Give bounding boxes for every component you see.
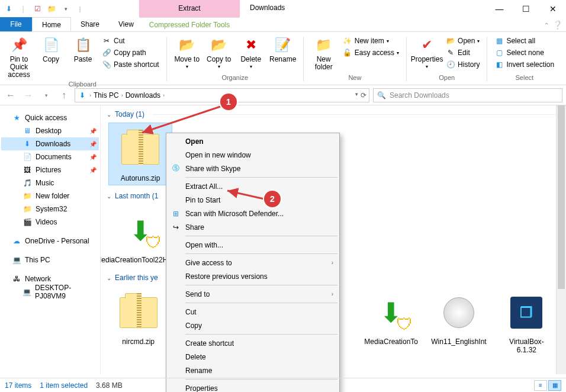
shield-icon: ⊞ [171, 209, 181, 219]
ctx-open[interactable]: Open [168, 134, 338, 148]
ctx-open-new[interactable]: Open in new window [168, 148, 338, 162]
cut-button[interactable]: ✂Cut [99, 36, 162, 46]
scroll-thumb[interactable] [558, 105, 565, 289]
file-label: nircmd.zip [122, 338, 155, 346]
tab-share[interactable]: Share [71, 17, 109, 31]
rename-button[interactable]: 📝Rename [268, 34, 298, 65]
invert-button[interactable]: ◧Invert selection [492, 59, 557, 70]
ctx-rename[interactable]: Rename [168, 364, 338, 377]
sidebar-quickaccess[interactable]: ★Quick access [1, 111, 99, 124]
up-button[interactable]: ↑ [57, 88, 71, 102]
collapse-ribbon-icon[interactable]: ⌃ [544, 22, 549, 28]
addr-dropdown-icon[interactable]: ▾ [355, 91, 358, 99]
sidebar-thispc[interactable]: 💻This PC [1, 253, 99, 266]
close-button[interactable]: ✕ [539, 0, 566, 18]
forward-button[interactable]: → [21, 88, 36, 102]
sidebar-desktop[interactable]: 🖥Desktop📌 [1, 124, 99, 137]
virtualbox-icon: ❐ [510, 297, 542, 329]
maximize-button[interactable]: ☐ [513, 0, 539, 18]
chevron-down-icon: ⌄ [107, 275, 111, 281]
history-icon: 🕘 [446, 60, 455, 69]
newitem-button[interactable]: ✨New item ▾ [340, 36, 401, 46]
pin-icon: 📌 [89, 154, 97, 160]
ctx-copy[interactable]: Copy [168, 319, 338, 332]
easyaccess-button[interactable]: 🔓Easy access ▾ [340, 47, 401, 58]
ctx-open-with[interactable]: Open with... [168, 238, 338, 252]
tab-home[interactable]: Home [32, 17, 71, 31]
vertical-scrollbar[interactable] [556, 105, 566, 374]
sidebar-system32[interactable]: 📁System32 [1, 203, 99, 216]
addr-thispc[interactable]: This PC [94, 91, 119, 99]
sidebar-onedrive[interactable]: ☁OneDrive - Personal [1, 234, 99, 248]
folder-icon: 📁 [22, 204, 32, 214]
ctx-send-to[interactable]: Send to› [168, 287, 338, 301]
copyto-button[interactable]: 📂Copy to▾ [204, 34, 234, 71]
ctx-cut[interactable]: Cut [168, 305, 338, 319]
ctx-give-access[interactable]: Give access to› [168, 256, 338, 269]
context-tab-extract[interactable]: Extract [139, 0, 240, 18]
edit-button[interactable]: ✎Edit [443, 47, 482, 58]
addr-chevron[interactable]: › [121, 92, 123, 98]
tab-view[interactable]: View [109, 17, 143, 31]
addr-chevron[interactable]: › [89, 92, 91, 98]
back-button[interactable]: ← [4, 88, 18, 102]
paste-button[interactable]: 📋Paste [67, 34, 98, 65]
refresh-icon[interactable]: ⟳ [361, 91, 366, 99]
group-today[interactable]: ⌄Today (1) [101, 105, 556, 121]
ctx-delete[interactable]: Delete [168, 350, 338, 364]
minimize-button[interactable]: — [486, 0, 513, 18]
selectall-button[interactable]: ▦Select all [492, 36, 557, 46]
sidebar-music[interactable]: 🎵Music [1, 176, 99, 189]
folder-icon[interactable]: 📁 [45, 2, 58, 15]
paste-icon: 📋 [73, 36, 92, 54]
addr-downloads[interactable]: Downloads [126, 91, 160, 99]
ctx-pin-start[interactable]: Pin to Start [168, 193, 338, 207]
sidebar-newfolder[interactable]: 📁New folder [1, 189, 99, 203]
arrow-down-icon[interactable]: ⬇ [2, 2, 15, 15]
delete-button[interactable]: ✖Delete▾ [236, 34, 266, 71]
copypath-button[interactable]: 🔗Copy path [99, 47, 162, 58]
recent-locations-icon[interactable]: ▾ [39, 88, 53, 102]
qat-overflow-icon[interactable]: ▾ [59, 2, 72, 15]
tab-compressed-tools[interactable]: Compressed Folder Tools [139, 17, 240, 31]
view-details-button[interactable]: ≡ [534, 380, 547, 391]
ribbon-tabs: File Home Share View Compressed Folder T… [0, 18, 566, 32]
search-input[interactable]: 🔍 Search Downloads [373, 88, 562, 102]
ctx-restore[interactable]: Restore previous versions [168, 269, 338, 283]
sidebar-netpc[interactable]: 💻DESKTOP-PJ08VM9 [1, 285, 99, 298]
file-autoruns[interactable]: Autoruns.zip [109, 123, 172, 185]
context-menu: Open Open in new window ⓈShare with Skyp… [166, 133, 340, 392]
sidebar-pictures[interactable]: 🖼Pictures📌 [1, 163, 99, 176]
annotation-2: 2 [264, 191, 281, 207]
ctx-defender[interactable]: ⊞Scan with Microsoft Defender... [168, 207, 338, 220]
sidebar-downloads[interactable]: ⬇Downloads📌 [1, 137, 99, 150]
moveto-button[interactable]: 📂Move to▾ [172, 34, 202, 71]
file-vbox[interactable]: ❐ VirtualBox-6.1.32 [497, 287, 556, 356]
view-icons-button[interactable]: ▦ [548, 380, 561, 391]
ctx-extract-all[interactable]: Extract All... [168, 179, 338, 193]
pin-icon: 📌 [89, 128, 97, 134]
pin-icon: 📌 [9, 36, 28, 54]
newfolder-button[interactable]: 📁New folder [308, 34, 339, 72]
help-icon[interactable]: ❔ [552, 20, 562, 30]
pin-quick-access-button[interactable]: 📌Pin to Quick access [4, 34, 34, 81]
ctx-skype[interactable]: ⓈShare with Skype [168, 162, 338, 175]
ctx-shortcut[interactable]: Create shortcut [168, 336, 338, 350]
selectnone-button[interactable]: ▢Select none [492, 47, 557, 58]
ctx-share[interactable]: ↪Share [168, 220, 338, 234]
checkbox-icon[interactable]: ☑ [31, 2, 44, 15]
sidebar-documents[interactable]: 📄Documents📌 [1, 150, 99, 163]
file-nircmd[interactable]: nircmd.zip [109, 287, 168, 356]
paste-shortcut-button[interactable]: 📎Paste shortcut [99, 59, 162, 70]
tab-file[interactable]: File [0, 17, 32, 31]
open-button[interactable]: 📂Open ▾ [443, 36, 482, 46]
file-mediacreation2[interactable]: ⬇🛡 MediaCreationTo [362, 287, 420, 356]
copy-button[interactable]: 📄Copy [36, 34, 66, 65]
file-win11[interactable]: Win11_EnglishInt [429, 287, 488, 356]
history-button[interactable]: 🕘History [443, 59, 482, 70]
sidebar-videos[interactable]: 🎬Videos [1, 216, 99, 229]
properties-button[interactable]: ✔Properties▾ [411, 34, 442, 71]
addr-chevron[interactable]: › [163, 92, 165, 98]
downloads-icon: ⬇ [22, 139, 32, 149]
file-mediacreation[interactable]: ⬇🛡 MediaCreationTool22H2.exe [109, 205, 172, 266]
